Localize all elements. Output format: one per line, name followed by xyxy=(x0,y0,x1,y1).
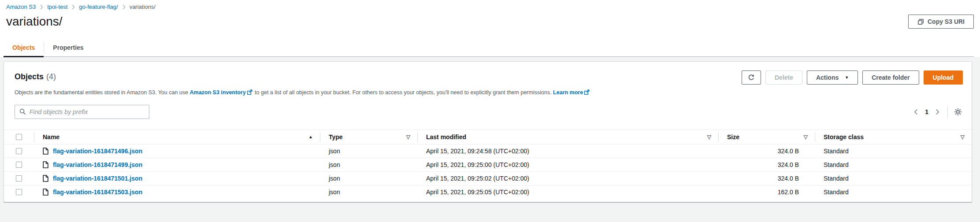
object-name-link[interactable]: flag-variation-1618471501.json xyxy=(53,175,142,182)
select-all-checkbox[interactable] xyxy=(16,134,22,140)
row-select-cell xyxy=(4,189,34,195)
row-checkbox[interactable] xyxy=(16,175,22,181)
next-page-button[interactable] xyxy=(933,107,942,117)
filter-icon[interactable]: ▽ xyxy=(707,134,711,140)
pagination: 1 xyxy=(911,106,963,118)
copy-s3-uri-button[interactable]: Copy S3 URI xyxy=(908,15,974,29)
breadcrumb-link-bucket[interactable]: tpoi-test xyxy=(47,4,67,10)
column-header-last-modified[interactable]: Last modified ▽ xyxy=(417,130,718,144)
breadcrumb: Amazon S3 tpoi-test go-feature-flag/ var… xyxy=(0,3,980,10)
objects-table: Name ▲ Type ▽ Last modified ▽ Size ▽ Sto… xyxy=(4,130,972,199)
tabs: Objects Properties xyxy=(4,38,974,57)
size-cell: 162.0 B xyxy=(718,189,815,196)
column-label: Storage class xyxy=(824,133,864,141)
toolbar: Delete Actions ▼ Create folder Upload xyxy=(742,70,963,85)
filter-icon[interactable]: ▽ xyxy=(406,134,410,140)
storage-class-cell: Standard xyxy=(815,175,972,182)
search-box xyxy=(15,105,149,119)
inventory-link[interactable]: Amazon S3 inventory xyxy=(189,89,245,96)
create-folder-button[interactable]: Create folder xyxy=(862,70,919,85)
size-cell: 324.0 B xyxy=(718,175,815,182)
column-label: Type xyxy=(329,133,343,141)
upload-button[interactable]: Upload xyxy=(924,70,963,85)
objects-panel: Objects (4) Delete Actions ▼ Create fold… xyxy=(4,61,972,202)
table-header-row: Name ▲ Type ▽ Last modified ▽ Size ▽ Sto… xyxy=(4,130,972,144)
select-all-cell xyxy=(4,130,34,144)
page-title: variations/ xyxy=(6,15,63,29)
table-row: flag-variation-1618471496.json json Apri… xyxy=(4,144,972,158)
tab-objects[interactable]: Objects xyxy=(4,38,44,56)
current-page-number[interactable]: 1 xyxy=(921,108,933,115)
copy-icon xyxy=(917,18,924,25)
external-link-icon xyxy=(584,89,590,95)
chevron-right-icon xyxy=(40,4,43,10)
storage-class-cell: Standard xyxy=(815,189,972,196)
controls-divider xyxy=(947,106,948,118)
gear-icon xyxy=(954,108,962,116)
chevron-right-icon xyxy=(122,4,126,10)
panel-title-label: Objects xyxy=(15,72,44,81)
breadcrumb-link-folder[interactable]: go-feature-flag/ xyxy=(79,4,118,10)
type-cell: json xyxy=(320,148,417,155)
row-select-cell xyxy=(4,175,34,181)
search-input[interactable] xyxy=(30,105,145,118)
storage-class-cell: Standard xyxy=(815,148,972,155)
actions-label: Actions xyxy=(816,74,839,81)
type-cell: json xyxy=(320,189,417,196)
column-header-name[interactable]: Name ▲ xyxy=(34,130,320,144)
refresh-icon xyxy=(748,74,755,81)
object-name-link[interactable]: flag-variation-1618471499.json xyxy=(53,161,142,168)
row-select-cell xyxy=(4,148,34,154)
caret-down-icon: ▼ xyxy=(845,75,849,80)
column-header-type[interactable]: Type ▽ xyxy=(320,130,417,144)
description-text: Objects are the fundamental entities sto… xyxy=(15,89,189,96)
last-modified-cell: April 15, 2021, 09:25:00 (UTC+02:00) xyxy=(417,161,718,168)
object-name-link[interactable]: flag-variation-1618471503.json xyxy=(53,189,142,196)
breadcrumb-link-amazon-s3[interactable]: Amazon S3 xyxy=(6,4,36,10)
page-header: Amazon S3 tpoi-test go-feature-flag/ var… xyxy=(0,0,980,57)
filter-icon[interactable]: ▽ xyxy=(961,134,965,140)
copy-s3-uri-label: Copy S3 URI xyxy=(928,18,965,25)
refresh-button[interactable] xyxy=(742,70,761,85)
previous-page-button[interactable] xyxy=(911,107,921,117)
column-label: Name xyxy=(43,133,59,141)
last-modified-cell: April 15, 2021, 09:24:58 (UTC+02:00) xyxy=(417,148,718,155)
learn-more-link[interactable]: Learn more xyxy=(553,89,583,96)
panel-title: Objects (4) xyxy=(15,70,56,81)
file-icon xyxy=(43,175,48,182)
name-cell: flag-variation-1618471499.json xyxy=(34,161,320,168)
table-body: flag-variation-1618471496.json json Apri… xyxy=(4,144,972,199)
row-select-cell xyxy=(4,162,34,168)
table-row: flag-variation-1618471499.json json Apri… xyxy=(4,158,972,172)
tab-properties[interactable]: Properties xyxy=(44,38,92,56)
storage-class-cell: Standard xyxy=(815,161,972,168)
content-area: Objects (4) Delete Actions ▼ Create fold… xyxy=(0,57,980,202)
breadcrumb-current: variations/ xyxy=(130,4,156,10)
last-modified-cell: April 15, 2021, 09:25:02 (UTC+02:00) xyxy=(417,175,718,182)
table-row: flag-variation-1618471501.json json Apri… xyxy=(4,172,972,185)
preferences-gear-button[interactable] xyxy=(953,107,963,117)
row-checkbox[interactable] xyxy=(16,162,22,168)
panel-description: Objects are the fundamental entities sto… xyxy=(4,85,972,97)
object-name-link[interactable]: flag-variation-1618471496.json xyxy=(53,148,142,155)
name-cell: flag-variation-1618471503.json xyxy=(34,189,320,196)
file-icon xyxy=(43,148,48,155)
last-modified-cell: April 15, 2021, 09:25:05 (UTC+02:00) xyxy=(417,189,718,196)
column-label: Size xyxy=(727,133,739,141)
external-link-icon xyxy=(247,89,252,95)
file-icon xyxy=(43,161,48,168)
size-cell: 324.0 B xyxy=(718,148,815,155)
actions-button[interactable]: Actions ▼ xyxy=(807,70,858,85)
chevron-right-icon xyxy=(71,4,75,10)
delete-button[interactable]: Delete xyxy=(765,70,802,85)
name-cell: flag-variation-1618471496.json xyxy=(34,148,320,155)
column-header-storage-class[interactable]: Storage class ▽ xyxy=(815,130,972,144)
filter-icon[interactable]: ▽ xyxy=(804,134,808,140)
row-checkbox[interactable] xyxy=(16,148,22,154)
row-checkbox[interactable] xyxy=(16,189,22,195)
table-row: flag-variation-1618471503.json json Apri… xyxy=(4,185,972,199)
size-cell: 324.0 B xyxy=(718,161,815,168)
search-icon xyxy=(19,108,26,115)
column-header-size[interactable]: Size ▽ xyxy=(718,130,815,144)
sort-ascending-icon[interactable]: ▲ xyxy=(308,134,313,139)
